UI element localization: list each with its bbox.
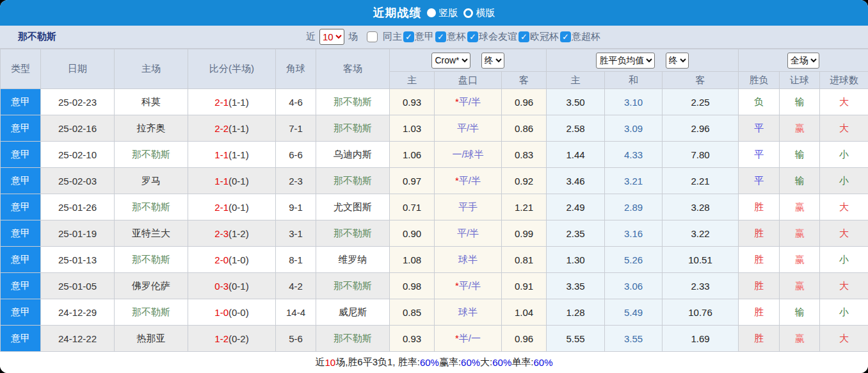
letball-cell: 赢	[780, 194, 820, 220]
home-team-cell: 那不勒斯	[115, 142, 188, 168]
sub-header-odds-home: 主	[390, 72, 435, 89]
col-header-type: 类型	[1, 49, 41, 89]
layout-horizontal-label: 横版	[476, 7, 495, 19]
halftime-score: (0-1)	[229, 202, 249, 213]
odds-away-cell: 0.96	[502, 326, 547, 352]
letball-cell: 赢	[780, 115, 820, 142]
avg-draw-cell: 3.16	[605, 220, 663, 247]
odds-away-cell: 0.83	[502, 142, 547, 168]
odds-home-cell: 0.97	[390, 168, 435, 194]
checkbox-checked-icon[interactable]: ✓	[518, 31, 529, 42]
checkbox-checked-icon[interactable]: ✓	[560, 31, 571, 42]
near-label: 近	[306, 31, 316, 43]
handicap-state-select[interactable]: 终	[481, 53, 504, 69]
odds-away-cell: 0.91	[502, 273, 547, 299]
layout-radio-horizontal[interactable]: 横版	[463, 7, 495, 19]
handicap-value: 球半	[458, 254, 478, 265]
col-header-corner: 角球	[276, 49, 316, 89]
result-cell: 胜	[739, 247, 780, 273]
score-cell: 2-2(1-1)	[188, 115, 276, 142]
avg-win-cell: 3.35	[547, 273, 605, 299]
table-row: 意甲25-02-16拉齐奥2-2(1-1)7-1那不勒斯1.03平/半0.862…	[1, 115, 868, 142]
handicap-cell: *平/半	[435, 168, 502, 194]
league-cell: 意甲	[1, 168, 41, 194]
halftime-score: (1-0)	[229, 254, 249, 265]
table-row: 意甲25-02-10那不勒斯1-1(1-1)6-6乌迪内斯1.06一/球半0.8…	[1, 142, 868, 168]
result-cell: 负	[739, 89, 780, 115]
fulltime-score: 1-2	[214, 333, 229, 344]
competition-checkbox[interactable]: 同主	[364, 31, 402, 43]
sub-header-odds-away: 客	[502, 72, 547, 89]
sub-header-avg-away: 客	[663, 72, 739, 89]
avg-win-cell: 3.46	[547, 168, 605, 194]
handicap-value: 一/球半	[452, 149, 483, 160]
col-header-home: 主场	[115, 49, 188, 89]
avg-lose-cell: 1.69	[663, 326, 739, 352]
goals-cell: 小	[820, 299, 868, 326]
avg-lose-cell: 3.22	[663, 220, 739, 247]
competition-label: 意超杯	[572, 31, 600, 43]
recent-results-panel: 近期战绩 竖版 横版 那不勒斯 近 10 场 同主✓意甲✓意杯✓球会友谊✓欧冠杯…	[0, 0, 868, 373]
avg-source-select[interactable]: 胜平负均值	[596, 53, 655, 69]
score-cell: 2-1(0-1)	[188, 194, 276, 220]
competition-checkbox[interactable]: ✓意超杯	[560, 31, 600, 43]
sub-header-avg-home: 主	[547, 72, 605, 89]
home-team-cell: 那不勒斯	[115, 299, 188, 326]
result-cell: 胜	[739, 273, 780, 299]
fulltime-score: 2-1	[214, 97, 229, 108]
competition-checkbox[interactable]: ✓球会友谊	[467, 31, 517, 43]
avg-draw-cell: 2.89	[605, 194, 663, 220]
sub-header-result: 胜负	[739, 72, 780, 89]
table-row: 意甲25-01-05佛罗伦萨0-3(0-1)4-2那不勒斯0.98*平/半0.9…	[1, 273, 868, 299]
letball-cell: 输	[780, 168, 820, 194]
score-cell: 2-1(1-1)	[188, 89, 276, 115]
letball-cell: 赢	[780, 220, 820, 247]
goals-cell: 小	[820, 168, 868, 194]
home-team-cell: 拉齐奥	[115, 115, 188, 142]
avg-state-select[interactable]: 终	[666, 53, 689, 69]
checkbox-checked-icon[interactable]: ✓	[467, 31, 478, 42]
odds-away-cell: 1.04	[502, 299, 547, 326]
competition-checkbox[interactable]: ✓意甲	[403, 31, 434, 43]
letball-cell: 输	[780, 89, 820, 115]
avg-win-cell: 1.44	[547, 142, 605, 168]
filter-row: 那不勒斯 近 10 场 同主✓意甲✓意杯✓球会友谊✓欧冠杯✓意超杯	[0, 26, 868, 49]
halftime-score: (0-1)	[229, 176, 249, 187]
avg-win-cell: 5.55	[547, 326, 605, 352]
checkbox-checked-icon[interactable]: ✓	[403, 31, 414, 42]
fulltime-score: 1-1	[214, 149, 229, 160]
avg-lose-cell: 2.21	[663, 168, 739, 194]
checkbox-checked-icon[interactable]: ✓	[435, 31, 446, 42]
fulltime-score: 2-2	[214, 123, 229, 134]
summary-footer: 近10场,胜6平3负1, 胜率:60% 赢率:60% 大:60% 单率:60%	[0, 352, 868, 373]
handicap-value: 平/半	[457, 228, 479, 238]
avg-lose-cell: 10.76	[663, 299, 739, 326]
competition-checkbox[interactable]: ✓欧冠杯	[518, 31, 559, 43]
letball-cell: 输	[780, 299, 820, 326]
checkbox-unchecked-icon[interactable]	[367, 31, 378, 42]
avg-draw-cell: 3.21	[605, 168, 663, 194]
avg-lose-cell: 2.33	[663, 273, 739, 299]
halftime-score: (0-1)	[229, 281, 249, 292]
handicap-cell: 球半	[435, 247, 502, 273]
result-cell: 平	[739, 115, 780, 142]
summary-segment: 近	[315, 356, 325, 369]
halftime-score: (1-2)	[229, 228, 249, 239]
layout-radio-vertical[interactable]: 竖版	[427, 7, 458, 19]
odds-away-cell: 0.86	[502, 115, 547, 142]
date-cell: 25-01-19	[41, 220, 115, 247]
corner-cell: 5-6	[276, 326, 316, 352]
competition-label: 球会友谊	[479, 31, 517, 43]
league-cell: 意甲	[1, 273, 41, 299]
result-cell: 平	[739, 168, 780, 194]
result-group-header: 全场	[739, 49, 868, 72]
league-cell: 意甲	[1, 115, 41, 142]
odds-home-cell: 0.85	[390, 299, 435, 326]
result-scope-select[interactable]: 全场	[787, 53, 819, 69]
competition-checkbox[interactable]: ✓意杯	[435, 31, 466, 43]
corner-cell: 7-1	[276, 115, 316, 142]
handicap-value: 球半	[458, 306, 478, 317]
handicap-source-select[interactable]: Crow*	[431, 53, 470, 69]
handicap-value: 平/半	[459, 280, 481, 291]
games-count-select[interactable]: 10	[319, 29, 344, 45]
